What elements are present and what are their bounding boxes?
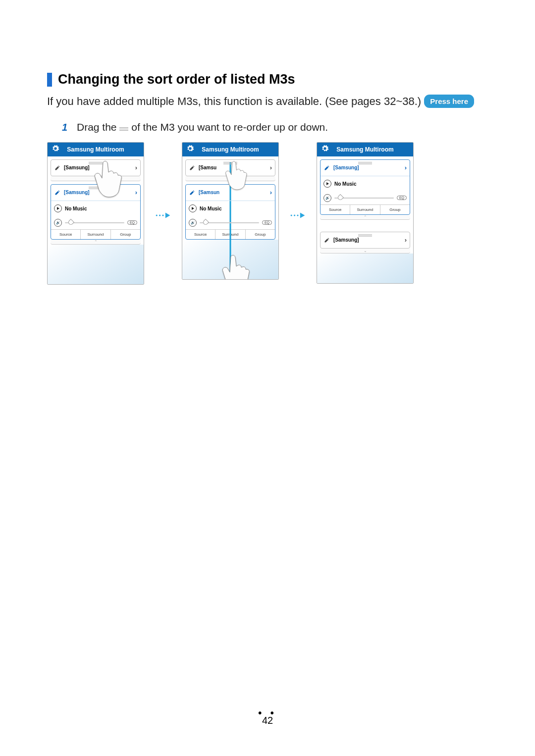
drag-handle-icon <box>119 126 128 132</box>
source-button[interactable]: Source <box>186 230 215 239</box>
device-label: [Samsung] <box>333 237 359 243</box>
svg-point-0 <box>156 214 158 216</box>
screenshot-2: Samsung Multiroom [Samsu › <box>182 142 279 280</box>
pencil-icon[interactable] <box>323 237 330 244</box>
drag-handle-icon[interactable] <box>89 186 103 190</box>
device-card-1[interactable]: [Samsung] › No Music 🔊 EQ Source Surroun… <box>320 159 410 215</box>
no-music-label: No Music <box>334 181 356 187</box>
arrow-right-icon <box>155 211 171 219</box>
svg-point-6 <box>297 214 298 216</box>
step-before: Drag the <box>77 121 119 133</box>
screenshot-1: Samsung Multiroom [Samsung] › ⌄ <box>47 142 144 285</box>
step-number: 1 <box>62 122 77 133</box>
device-card-2[interactable]: [Samsun › No Music 🔊 EQ Source Surround … <box>185 184 275 240</box>
collapse-caret-icon[interactable]: ⌄ <box>51 176 141 181</box>
device-card-1[interactable]: [Samsu › <box>185 159 275 176</box>
play-icon[interactable] <box>54 204 62 212</box>
collapse-caret-icon[interactable]: ⌃ <box>51 240 141 245</box>
volume-row: 🔊 EQ <box>321 192 410 204</box>
step-text: Drag the of the M3 you want to re-order … <box>77 121 328 133</box>
pencil-icon[interactable] <box>189 189 196 196</box>
play-icon[interactable] <box>323 180 331 188</box>
device-label: [Samsung] <box>64 190 90 195</box>
background-fade <box>182 240 278 279</box>
volume-slider[interactable] <box>200 222 259 223</box>
screenshots-row: Samsung Multiroom [Samsung] › ⌄ <box>47 142 488 285</box>
chevron-right-icon[interactable]: › <box>135 189 137 196</box>
intro-prefix: If you have added multiple M3s, this fun… <box>47 95 421 107</box>
device-card-1[interactable]: [Samsung] › <box>51 159 141 176</box>
drag-handle-icon[interactable] <box>358 234 372 237</box>
drag-handle-icon[interactable] <box>89 161 103 165</box>
volume-icon[interactable]: 🔊 <box>323 194 331 202</box>
group-button[interactable]: Group <box>246 230 275 239</box>
volume-icon[interactable]: 🔊 <box>54 219 62 227</box>
button-row: Source Surround Group <box>51 229 140 239</box>
eq-button[interactable]: EQ <box>127 220 137 225</box>
background-fade <box>48 245 144 284</box>
surround-button[interactable]: Surround <box>215 230 245 239</box>
source-button[interactable]: Source <box>51 230 81 239</box>
press-here-button[interactable]: Press here <box>424 95 474 108</box>
svg-point-1 <box>159 214 160 216</box>
volume-slider[interactable] <box>334 198 394 199</box>
background-fade <box>317 253 413 283</box>
volume-row: 🔊 EQ <box>51 216 140 229</box>
page-number: 42 <box>0 715 535 726</box>
screenshot-3: Samsung Multiroom [Samsung] › No Music 🔊 <box>317 142 414 284</box>
app-header: Samsung Multiroom <box>182 143 278 156</box>
pencil-icon[interactable] <box>54 189 61 196</box>
collapse-caret-icon[interactable]: ⌄ <box>320 249 410 253</box>
volume-icon[interactable]: 🔊 <box>189 219 197 227</box>
app-header: Samsung Multiroom <box>317 143 413 156</box>
group-button[interactable]: Group <box>111 230 140 239</box>
page-footer: • • 42 <box>0 707 535 726</box>
drag-handle-icon[interactable] <box>358 161 372 165</box>
device-card-2[interactable]: [Samsung] › <box>320 232 410 249</box>
svg-point-4 <box>291 214 292 216</box>
chevron-right-icon[interactable]: › <box>405 164 407 171</box>
eq-button[interactable]: EQ <box>397 196 407 200</box>
device-label: [Samsung] <box>333 165 359 170</box>
collapse-caret-icon[interactable]: ⌃ <box>320 215 410 220</box>
no-music-label: No Music <box>65 206 87 211</box>
chevron-right-icon[interactable]: › <box>270 164 272 171</box>
group-button[interactable]: Group <box>380 205 410 214</box>
drag-handle-icon[interactable] <box>223 161 237 165</box>
volume-row: 🔊 EQ <box>186 216 275 229</box>
eq-button[interactable]: EQ <box>262 220 272 225</box>
pencil-icon[interactable] <box>189 164 196 171</box>
volume-slider[interactable] <box>65 222 124 223</box>
collapse-caret-icon[interactable] <box>185 176 275 181</box>
button-row: Source Surround Group <box>186 229 275 239</box>
pencil-icon[interactable] <box>54 164 61 171</box>
device-label: [Samsun <box>199 190 219 195</box>
section-heading: Changing the sort order of listed M3s <box>47 72 488 87</box>
step-1: 1 Drag the of the M3 you want to re-orde… <box>62 121 488 133</box>
pencil-icon[interactable] <box>323 164 330 171</box>
heading-bullet <box>47 73 52 87</box>
button-row: Source Surround Group <box>321 204 410 214</box>
chevron-right-icon[interactable]: › <box>270 189 272 196</box>
step-after: of the M3 you want to re-order up or dow… <box>131 121 328 133</box>
play-icon[interactable] <box>189 204 197 212</box>
source-button[interactable]: Source <box>321 205 350 214</box>
app-title: Samsung Multiroom <box>186 146 274 153</box>
intro-text: If you have added multiple M3s, this fun… <box>47 94 488 109</box>
app-title: Samsung Multiroom <box>321 146 409 153</box>
device-label: [Samsu <box>199 165 216 170</box>
device-card-2[interactable]: [Samsung] › No Music 🔊 EQ Source Surroun… <box>51 184 141 240</box>
app-header: Samsung Multiroom <box>48 143 144 156</box>
no-music-label: No Music <box>200 206 221 211</box>
arrow-right-icon <box>290 211 306 219</box>
heading-text: Changing the sort order of listed M3s <box>58 72 295 87</box>
svg-point-2 <box>162 214 163 216</box>
surround-button[interactable]: Surround <box>81 230 110 239</box>
svg-point-5 <box>294 214 295 216</box>
chevron-right-icon[interactable]: › <box>405 236 407 244</box>
surround-button[interactable]: Surround <box>350 205 380 214</box>
chevron-right-icon[interactable]: › <box>135 164 137 171</box>
device-label: [Samsung] <box>64 165 90 170</box>
app-title: Samsung Multiroom <box>52 146 140 153</box>
